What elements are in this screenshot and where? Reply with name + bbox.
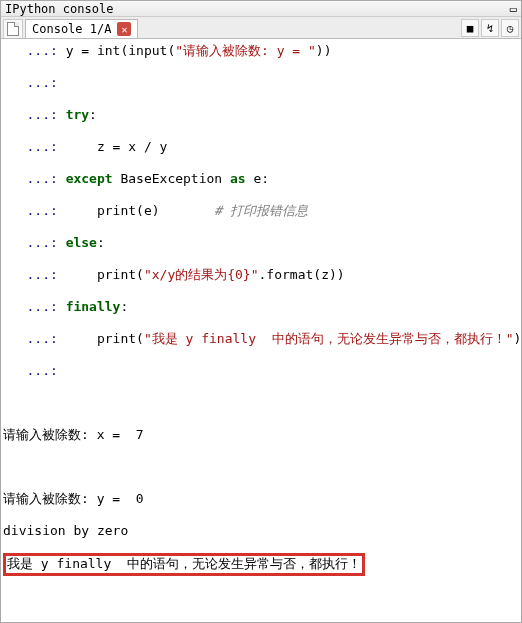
output-line: division by zero <box>3 523 519 539</box>
ipython-console-window: IPython console ▭ Console 1/A ✕ ■ ↯ ◷ ..… <box>0 0 522 623</box>
console-output[interactable]: ...: y = int(input("请输入被除数: y = ")) ...:… <box>1 39 521 622</box>
window-title: IPython console <box>5 2 113 16</box>
new-tab-button[interactable] <box>3 19 23 38</box>
stop-button[interactable]: ■ <box>461 19 479 37</box>
console-toolbar: ■ ↯ ◷ <box>461 19 519 37</box>
dock-icon[interactable]: ▭ <box>510 2 517 16</box>
titlebar: IPython console ▭ <box>1 1 521 17</box>
output-line: 请输入被除数: y = 0 <box>3 491 519 507</box>
highlighted-output: 我是 y finally 中的语句，无论发生异常与否，都执行！ <box>3 553 365 576</box>
tab-console-1a[interactable]: Console 1/A ✕ <box>25 19 138 38</box>
output-line: 请输入被除数: x = 7 <box>3 427 519 443</box>
history-button[interactable]: ◷ <box>501 19 519 37</box>
tab-label: Console 1/A <box>32 22 111 36</box>
tabbar: Console 1/A ✕ ■ ↯ ◷ <box>1 17 521 39</box>
connection-button[interactable]: ↯ <box>481 19 499 37</box>
page-icon <box>7 22 19 36</box>
close-icon[interactable]: ✕ <box>117 22 131 36</box>
